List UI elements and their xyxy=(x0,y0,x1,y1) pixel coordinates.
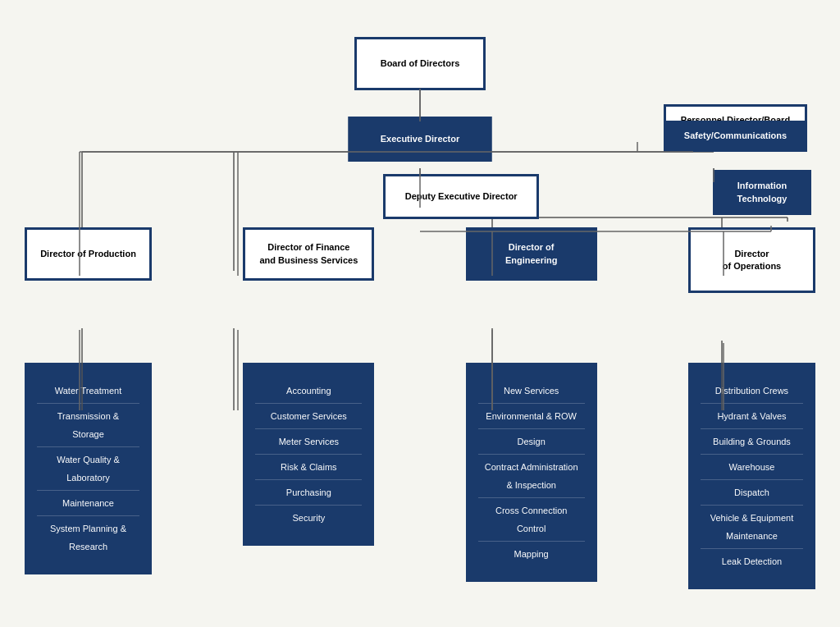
safety-label: Safety/Communications xyxy=(684,130,787,142)
dir-production-label: Director of Production xyxy=(40,248,136,260)
eng-item-2: Environmental & ROW xyxy=(478,404,585,429)
finance-item-1: Accounting xyxy=(255,378,362,404)
production-item-2: Transmission &Storage xyxy=(37,404,139,447)
finance-item-3: Meter Services xyxy=(255,429,362,455)
level-1: Board of Directors xyxy=(8,16,832,90)
org-chart: Board of Directors Executive Director Pe… xyxy=(0,0,840,606)
dir-finance-box: Director of Financeand Business Services xyxy=(243,227,374,281)
eng-item-4: Contract Administration& Inspection xyxy=(478,455,585,498)
ops-item-5: Dispatch xyxy=(701,480,803,506)
ops-item-6: Vehicle & EquipmentMaintenance xyxy=(701,506,803,549)
dir-operations-label: Directorof Operations xyxy=(723,248,782,273)
production-item-5: System Planning &Research xyxy=(37,516,139,559)
info-tech-label: Information Technology xyxy=(725,180,799,205)
eng-item-6: Mapping xyxy=(478,542,585,566)
finance-item-2: Customer Services xyxy=(255,404,362,429)
engineering-list-box: New Services Environmental & ROW Design … xyxy=(466,363,597,582)
ops-item-2: Hydrant & Valves xyxy=(701,404,803,429)
finance-item-6: Security xyxy=(255,506,362,530)
board-of-directors-box: Board of Directors xyxy=(354,37,486,90)
safety-communications-box: Safety/Communications xyxy=(664,121,807,152)
finance-list-box: Accounting Customer Services Meter Servi… xyxy=(243,363,374,546)
production-item-1: Water Treatment xyxy=(37,378,139,404)
level-2b: Safety/Communications xyxy=(8,117,832,158)
ops-item-7: Leak Detection xyxy=(701,549,803,574)
dir-operations-box: Directorof Operations xyxy=(688,227,815,293)
ops-item-4: Warehouse xyxy=(701,455,803,480)
level-4: Director of Production Director of Finan… xyxy=(8,227,832,293)
level-5: Water Treatment Transmission &Storage Wa… xyxy=(8,363,832,589)
info-tech-box: Information Technology xyxy=(713,170,811,215)
operations-list-box: Distribution Crews Hydrant & Valves Buil… xyxy=(688,363,815,589)
finance-item-5: Purchasing xyxy=(255,480,362,506)
ops-item-1: Distribution Crews xyxy=(701,378,803,404)
production-list-box: Water Treatment Transmission &Storage Wa… xyxy=(25,363,152,574)
eng-item-3: Design xyxy=(478,429,585,455)
ops-item-3: Building & Grounds xyxy=(701,429,803,455)
dir-engineering-box: Director ofEngineering xyxy=(466,227,597,281)
dir-finance-label: Director of Financeand Business Services xyxy=(259,241,358,267)
eng-item-5: Cross ConnectionControl xyxy=(478,498,585,542)
deputy-exec-label: Deputy Executive Director xyxy=(405,190,518,203)
finance-item-4: Risk & Claims xyxy=(255,455,362,480)
dir-production-box: Director of Production xyxy=(25,227,152,281)
dir-engineering-label: Director ofEngineering xyxy=(505,241,558,267)
production-item-4: Maintenance xyxy=(37,491,139,516)
deputy-exec-box: Deputy Executive Director xyxy=(383,174,539,219)
board-label: Board of Directors xyxy=(381,57,460,70)
production-item-3: Water Quality &Laboratory xyxy=(37,447,139,491)
eng-item-1: New Services xyxy=(478,378,585,404)
